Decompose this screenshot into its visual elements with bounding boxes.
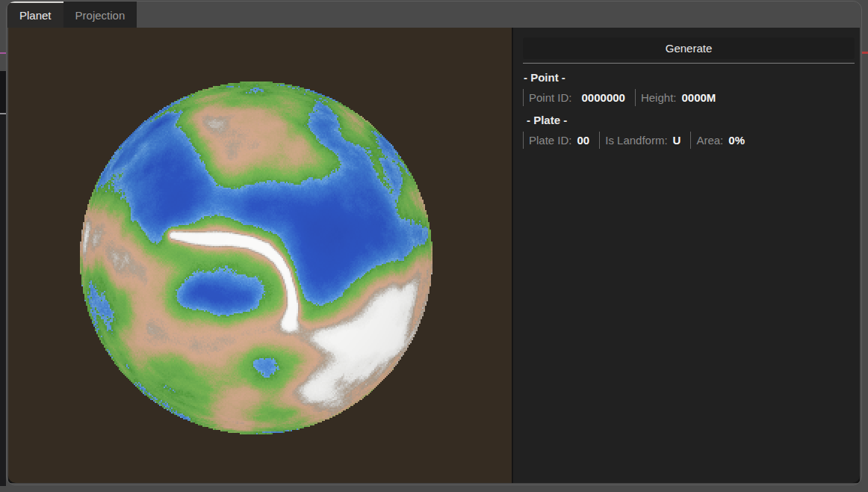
tab-planet[interactable]: Planet [7,1,63,28]
side-panel: Generate - Point - Point ID: 0000000 Hei… [513,28,860,483]
screen-edge-red-tick [862,52,868,54]
is-landform-field: Is Landform: U [599,132,690,149]
is-landform-value: U [673,134,681,147]
point-id-value: 0000000 [582,91,625,104]
point-section-heading: - Point - [524,71,855,84]
plate-fields-row: Plate ID: 00 Is Landform: U Area: 0% [523,132,855,149]
is-landform-label: Is Landform: [605,134,667,147]
plate-id-label: Plate ID: [529,134,572,147]
window-content: Generate - Point - Point ID: 0000000 Hei… [8,28,860,483]
tab-bar: Planet Projection [7,1,861,28]
plate-id-field: Plate ID: 00 [523,132,599,149]
planet-generator-window: Planet Projection Generate - Point - Poi… [6,1,862,485]
planet-globe-canvas[interactable] [80,82,433,434]
background-window-sliver [0,71,6,113]
panel-separator [523,63,855,64]
tab-projection[interactable]: Projection [63,1,137,28]
height-value: 0000M [681,91,716,104]
background-window-sliver [0,114,6,486]
plate-id-value: 00 [577,134,590,147]
point-id-field: Point ID: 0000000 [523,89,635,106]
area-value: 0% [728,134,745,147]
screen-edge-magenta-tick [0,52,6,54]
planet-viewport[interactable] [8,28,512,483]
height-label: Height: [641,91,677,104]
plate-section-heading: - Plate - [527,114,855,126]
area-label: Area: [696,134,723,147]
area-field: Area: 0% [690,132,754,149]
generate-button[interactable]: Generate [523,37,855,59]
height-field: Height: 0000M [635,89,725,106]
point-id-label: Point ID: [529,91,572,104]
point-fields-row: Point ID: 0000000 Height: 0000M [523,89,855,106]
